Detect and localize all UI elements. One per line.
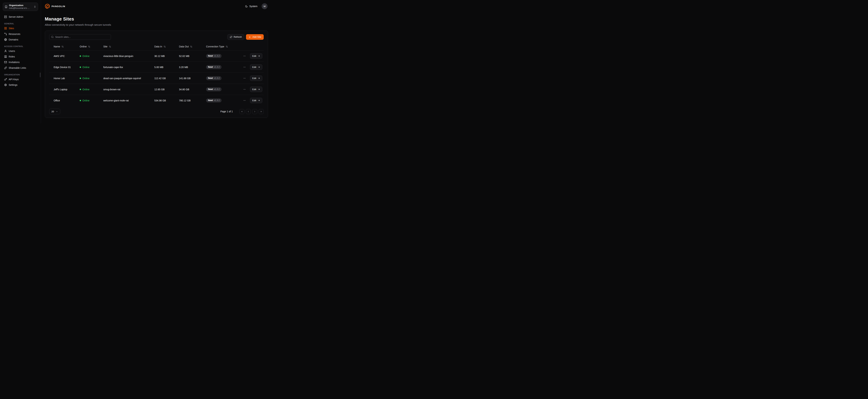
page-title: Manage Sites (45, 16, 268, 22)
app-root: Organization milo@fossorial.io's ... Ser… (0, 0, 272, 123)
main-content: PANGOLIN System M Manage Sites Allow con… (41, 0, 272, 123)
edit-button[interactable]: Edit (250, 64, 262, 70)
toolbar-actions: Refresh Add Site (227, 34, 264, 40)
sidebar-item-domains[interactable]: Domains (3, 37, 38, 42)
mail-icon (4, 61, 7, 64)
first-page-button[interactable] (239, 109, 244, 114)
pagination: Page 1 of 1 (220, 109, 264, 114)
theme-label: System (249, 5, 257, 8)
table-row: Edge Device 01 Online fortunate-cape-fox… (49, 62, 264, 73)
row-menu-button[interactable] (243, 87, 247, 91)
site-id-cell: smug-brown-rat (101, 84, 153, 95)
online-status-dot (80, 100, 81, 101)
sidebar-item-sites[interactable]: Sites (3, 26, 38, 31)
edit-button[interactable]: Edit (250, 75, 262, 81)
status-badge: Online (80, 88, 89, 91)
sort-icon[interactable] (163, 45, 166, 48)
status-badge: Online (80, 55, 89, 58)
ellipsis-icon (243, 55, 246, 57)
column-header-online[interactable]: Online (78, 43, 101, 51)
theme-toggle-button[interactable]: System (245, 5, 257, 8)
connection-type-badge: Newtv1.3.2 (206, 54, 221, 58)
sort-icon[interactable] (88, 45, 90, 48)
sort-icon[interactable] (109, 45, 111, 48)
user-avatar[interactable]: M (261, 3, 268, 9)
data-out-cell: 34.80 GB (177, 84, 204, 95)
table-row: Home Lab Online dead-san-joaquin-antelop… (49, 73, 264, 84)
data-out-cell: 141.68 GB (177, 73, 204, 84)
chevron-down-icon (56, 111, 58, 113)
add-site-label: Add Site (252, 36, 261, 38)
user-icon (4, 50, 7, 53)
sidebar-item-label: Shareable Links (9, 66, 26, 69)
sidebar-item-invitations[interactable]: Invitations (3, 59, 38, 65)
nav-section-access-control: ACCESS CONTROL (4, 45, 37, 48)
topbar-right: System M (245, 3, 268, 9)
data-in-cell: 12.65 GB (153, 84, 177, 95)
status-badge: Online (80, 77, 89, 80)
column-header-data-in[interactable]: Data In (153, 43, 177, 51)
add-site-button[interactable]: Add Site (246, 34, 264, 40)
org-selector[interactable]: Organization milo@fossorial.io's ... (3, 3, 38, 11)
column-header-site[interactable]: Site (101, 43, 153, 51)
sidebar-scrollbar-thumb[interactable] (40, 72, 40, 77)
chevrons-up-down-icon (34, 5, 36, 8)
online-status-dot (80, 78, 81, 79)
data-out-cell: 780.12 GB (177, 95, 204, 106)
server-icon (4, 16, 7, 18)
edit-button[interactable]: Edit (250, 87, 262, 92)
row-menu-button[interactable] (243, 98, 247, 102)
page-size-value: 20 (51, 110, 54, 113)
column-header-name[interactable]: Name (49, 43, 78, 51)
site-name-cell: Edge Device 01 (49, 62, 78, 73)
sidebar-item-roles[interactable]: Roles (3, 54, 38, 59)
column-header-data-out[interactable]: Data Out (177, 43, 204, 51)
refresh-button[interactable]: Refresh (227, 34, 244, 40)
arrow-right-icon (258, 99, 260, 101)
next-page-button[interactable] (252, 109, 257, 114)
sort-icon[interactable] (61, 45, 64, 48)
site-id-cell: dead-san-joaquin-antelope-squirrel (101, 73, 153, 84)
row-menu-button[interactable] (243, 65, 247, 69)
site-id-cell: vivacious-little-blue-penguin (101, 51, 153, 62)
data-in-cell: 5.00 MB (153, 62, 177, 73)
topbar: PANGOLIN System M (41, 0, 272, 12)
sidebar-item-shareable-links[interactable]: Shareable Links (3, 65, 38, 71)
column-header-connection-type[interactable]: Connection Type (204, 43, 241, 51)
sidebar-item-server-admin[interactable]: Server Admin (3, 14, 38, 20)
site-id-cell: welcome-giant-mole-rat (101, 95, 153, 106)
sort-icon[interactable] (226, 45, 228, 48)
column-header-actions (241, 43, 264, 51)
sidebar-item-resources[interactable]: Resources (3, 31, 38, 37)
user-square-icon (4, 55, 7, 58)
last-page-button[interactable] (259, 109, 264, 114)
page-size-select[interactable]: 20 (49, 109, 60, 114)
edit-button[interactable]: Edit (250, 98, 262, 103)
search-input[interactable] (49, 34, 111, 40)
page-subtitle: Allow connectivity to your network throu… (45, 23, 268, 26)
search-box (49, 34, 111, 40)
brand: PANGOLIN (45, 4, 65, 9)
sidebar-item-api-keys[interactable]: API Keys (3, 76, 38, 82)
status-badge: Online (80, 66, 89, 69)
sidebar-item-users[interactable]: Users (3, 48, 38, 54)
ellipsis-icon (243, 99, 246, 102)
arrow-right-icon (258, 77, 260, 79)
connection-type-badge: Newtv1.3.2 (206, 87, 221, 91)
sidebar-item-settings[interactable]: Settings (3, 82, 38, 88)
status-badge: Online (80, 99, 89, 102)
org-selector-subtitle: milo@fossorial.io's ... (9, 7, 32, 9)
site-name-cell: AWS VPC (49, 51, 78, 62)
sort-icon[interactable] (190, 45, 192, 48)
data-in-cell: 30.12 MB (153, 51, 177, 62)
data-out-cell: 3.20 MB (177, 62, 204, 73)
previous-page-button[interactable] (246, 109, 251, 114)
refresh-icon (230, 36, 232, 38)
sidebar-item-label: Roles (9, 55, 15, 58)
row-menu-button[interactable] (243, 76, 247, 80)
card-footer: 20 Page 1 of 1 (45, 106, 268, 118)
site-name-cell: Office (49, 95, 78, 106)
edit-button[interactable]: Edit (250, 53, 262, 59)
sites-table: Name Online Site Data In Data Out Connec… (49, 43, 264, 106)
row-menu-button[interactable] (243, 54, 247, 58)
